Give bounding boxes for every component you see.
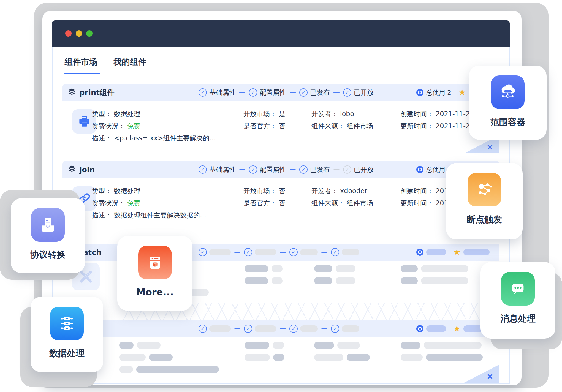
skeleton-pill [245,342,269,349]
status-steps [199,244,359,261]
step-label: 配置属性 [260,88,286,97]
step-connector [333,92,340,93]
step-placeholder [209,249,231,255]
floating-card-label: 协议转换 [30,249,66,261]
skeleton-pill [245,354,270,361]
field-open-market: 开放市场：否 [243,187,285,195]
step-label: 已开放 [354,88,374,97]
check-icon [244,325,252,333]
skeleton-pill [424,342,482,349]
check-icon [199,248,207,256]
skeleton-pill [137,342,161,349]
skeleton-pill [426,354,483,361]
skeleton-pill [421,265,468,272]
floating-card-message-processing[interactable]: 消息处理 [480,262,555,339]
minimize-window-button[interactable] [76,30,82,37]
step-placeholder [300,249,318,255]
check-icon [244,248,252,256]
field-official: 是否官方：否 [243,200,285,207]
close-card-icon[interactable]: × [487,372,493,380]
check-icon [199,88,207,97]
card-body: 类型：数据处理 资费状况：免费 描述：<p.class= xx>组件主要解决的.… [62,101,499,153]
rating-placeholder [463,249,490,255]
step-label: 已发布 [310,165,330,174]
component-card-print[interactable]: print组件 基础属性 配置属性 已发布 已开放 总使用 2 [62,84,499,153]
step-placeholder [300,325,318,332]
skeleton-pill [119,354,146,361]
skeleton-pill [401,354,423,361]
step-placeholder [342,249,359,255]
field-type: 类型：数据处理 [92,187,140,195]
field-fee: 资费状况：免费 [92,122,140,130]
skeleton-pill [314,354,343,361]
card-body: 类型：数据处理 资费状况：免费 描述：数据处理组件主要解决数据的... 开放市场… [62,178,499,230]
skeleton-pill [314,277,332,284]
chat-bubble-icon [501,272,535,306]
card-fold-corner [464,364,499,383]
status-steps [199,320,359,337]
layers-icon [68,165,76,174]
tab-my-components[interactable]: 我的组件 [113,56,146,74]
check-icon [249,165,257,174]
tab-label: 组件市场 [64,57,97,67]
views-icon [416,249,423,256]
field-developer: 开发者：xdooder [311,187,367,195]
field-official: 是否官方：否 [243,122,285,130]
step-placeholder [255,325,276,332]
skeleton-pill [119,366,133,373]
status-steps: 基础属性 配置属性 已发布 已开放 [199,161,374,178]
step-placeholder [209,325,231,332]
tab-label: 我的组件 [113,57,146,67]
field-developer: 开发者：lobo [311,110,354,118]
cloud-network-icon [491,75,525,109]
floating-card-label: 数据处理 [49,347,85,360]
check-icon [199,165,207,174]
views-icon [416,89,423,96]
step-connector [280,252,286,253]
molecule-icon [468,173,501,206]
skeleton-pill [272,265,283,272]
step-connector [290,92,296,93]
step-connector [234,252,240,253]
component-name: join [79,165,95,174]
floating-card-breakpoint-trigger[interactable]: 断点触发 [446,163,523,239]
floating-card-more[interactable]: More... [117,236,192,311]
close-window-button[interactable] [65,30,72,37]
usage-placeholder [426,249,446,255]
floating-card-protocol-conversion[interactable]: 协议转换 [11,198,85,273]
component-card-skeleton-2[interactable]: × [62,320,499,383]
check-icon [331,248,339,256]
step-label: 基础属性 [209,165,236,174]
usage-placeholder [426,325,446,332]
check-icon [331,325,339,333]
check-icon [299,165,308,174]
skeleton-pill [336,265,355,272]
skeleton-pill [347,354,370,361]
usage-count: 总使用 2 [426,88,451,97]
step-connector [321,252,327,253]
floating-card-label: 范围容器 [490,116,525,128]
active-tab-indicator [64,73,100,74]
step-label: 已发布 [310,88,330,97]
content-area: 组件市场 我的组件 print组件 [52,47,510,384]
tab-component-market[interactable]: 组件市场 [64,56,97,74]
step-label: 基础属性 [209,88,236,97]
card-header: join 基础属性 配置属性 已发布 已开放 总使用 6 [62,161,499,178]
component-name: print组件 [79,88,115,97]
status-steps: 基础属性 配置属性 已发布 已开放 [199,84,374,101]
step-connector [321,328,327,329]
maximize-window-button[interactable] [86,30,93,37]
skeleton-pill [245,277,268,284]
floating-card-label: More... [136,287,174,298]
skeleton-pill [336,277,355,284]
skeleton-pill [272,277,283,284]
close-card-icon[interactable]: × [487,143,493,151]
component-card-join[interactable]: join 基础属性 配置属性 已发布 已开放 总使用 6 [62,161,499,230]
floating-card-label: 消息处理 [500,313,536,325]
floating-card-range-container[interactable]: 范围容器 [469,66,547,140]
check-icon [299,88,308,97]
skeleton-pill [273,354,284,361]
floating-card-label: 断点触发 [467,214,502,226]
step-connector [239,92,245,93]
floating-card-data-processing[interactable]: 数据处理 [31,297,103,372]
